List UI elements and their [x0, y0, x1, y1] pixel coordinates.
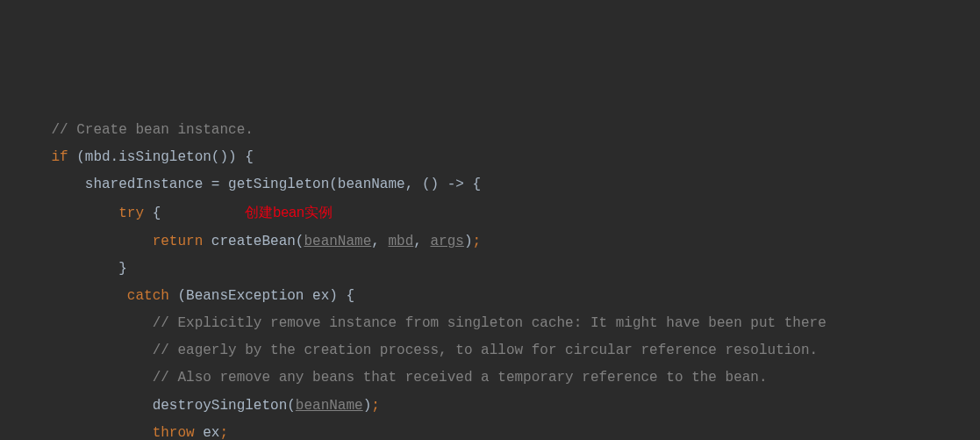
keyword-return: return — [153, 234, 204, 249]
code-line: sharedInstance = getSingleton(beanName, … — [0, 171, 980, 198]
code-line: try { 创建bean实例 — [0, 198, 980, 227]
comma: , — [371, 234, 388, 249]
semicolon: ; — [371, 398, 380, 414]
code-text: destroySingleton( — [153, 398, 296, 414]
code-text: ex — [195, 425, 220, 440]
code-text: createBean( — [203, 234, 304, 249]
brace: } — [118, 261, 127, 277]
code-line: // Explicitly remove instance from singl… — [0, 310, 980, 337]
code-line: throw ex; — [0, 420, 980, 440]
param-underlined: beanName — [296, 398, 363, 414]
keyword-try: try — [118, 206, 144, 221]
semicolon: ; — [473, 234, 482, 249]
param-underlined: args — [430, 234, 463, 249]
comment-text: // Also remove any beans that received a… — [153, 370, 768, 386]
param-underlined: beanName — [304, 234, 371, 249]
code-editor[interactable]: // Create bean instance. if (mbd.isSingl… — [0, 117, 980, 440]
comma: , — [413, 234, 430, 249]
comment-text: // eagerly by the creation process, to a… — [153, 343, 819, 358]
paren: ) — [363, 398, 372, 414]
code-line: // Also remove any beans that received a… — [0, 364, 980, 392]
code-line: } — [0, 256, 980, 283]
code-line: catch (BeansException ex) { — [0, 283, 980, 310]
code-line: return createBean(beanName, mbd, args); — [0, 228, 980, 256]
brace: { — [144, 206, 161, 221]
keyword-if: if — [51, 149, 68, 165]
code-text: sharedInstance = getSingleton(beanName, … — [85, 177, 481, 192]
annotation-text: 创建bean实例 — [245, 205, 333, 220]
param-underlined: mbd — [388, 234, 413, 249]
comment-text: // Create bean instance. — [51, 122, 253, 138]
code-text: (mbd.isSingleton()) { — [68, 149, 254, 165]
semicolon: ; — [219, 425, 228, 440]
code-line: // Create bean instance. — [0, 117, 980, 144]
code-text: (BeansException ex) { — [169, 288, 354, 304]
code-line: destroySingleton(beanName); — [0, 393, 980, 420]
comment-text: // Explicitly remove instance from singl… — [153, 315, 826, 331]
keyword-catch: catch — [127, 288, 169, 304]
code-line: // eagerly by the creation process, to a… — [0, 337, 980, 364]
code-line: if (mbd.isSingleton()) { — [0, 144, 980, 171]
paren: ) — [464, 234, 473, 249]
keyword-throw: throw — [153, 425, 195, 440]
